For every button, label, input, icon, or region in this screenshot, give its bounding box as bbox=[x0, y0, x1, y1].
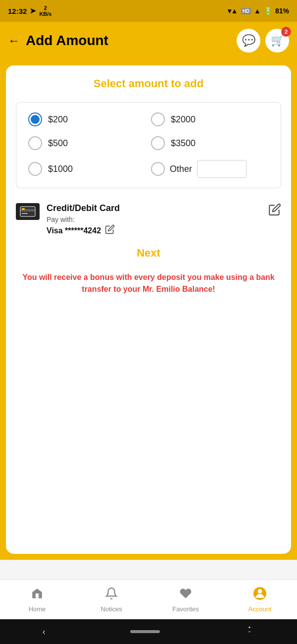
amount-label-500: $500 bbox=[48, 138, 68, 149]
data-signal-icon: ▲ bbox=[254, 7, 261, 15]
amounts-grid: $200 $2000 $500 $3500 bbox=[28, 112, 269, 178]
radio-200[interactable] bbox=[28, 112, 42, 126]
payment-info: Credit/Debit Card Pay with: Visa ******4… bbox=[47, 203, 120, 237]
payment-method-title: Credit/Debit Card bbox=[47, 203, 120, 214]
payment-section: Credit/Debit Card Pay with: Visa ******4… bbox=[16, 203, 281, 237]
radio-other[interactable] bbox=[151, 162, 165, 176]
back-system-button[interactable]: ‹ bbox=[43, 627, 46, 637]
amount-option-1000[interactable]: $1000 bbox=[28, 160, 146, 178]
status-left: 12:32 ➤ 2 KB/s bbox=[8, 5, 51, 17]
pay-with-label: Pay with: bbox=[47, 215, 120, 223]
cart-badge: 2 bbox=[281, 27, 291, 37]
next-button[interactable]: Next bbox=[137, 247, 160, 260]
nav-label-notices: Notices bbox=[100, 605, 122, 613]
messages-button[interactable]: 💬 bbox=[237, 29, 260, 53]
visa-row: Visa ******4242 bbox=[47, 224, 120, 237]
bottom-nav: Home Notices Favorites Account bbox=[0, 580, 297, 619]
amount-label-200: $200 bbox=[48, 114, 68, 125]
other-amount-input[interactable] bbox=[197, 160, 247, 178]
notices-icon bbox=[105, 587, 118, 603]
back-button[interactable]: ← bbox=[8, 34, 20, 48]
account-icon bbox=[253, 587, 266, 603]
status-right: ▾▲ HD ▲ 🔋 81% bbox=[228, 7, 289, 15]
amount-option-200[interactable]: $200 bbox=[28, 112, 146, 126]
status-bar: 12:32 ➤ 2 KB/s ▾▲ HD ▲ 🔋 81% bbox=[0, 0, 297, 22]
cart-icon: 🛒 bbox=[271, 34, 284, 47]
bonus-text: You will receive a bonus with every depo… bbox=[16, 271, 281, 295]
battery-level: 81% bbox=[275, 7, 289, 15]
svg-point-6 bbox=[249, 626, 250, 628]
amount-option-500[interactable]: $500 bbox=[28, 136, 146, 150]
edit-card-icon-small[interactable] bbox=[105, 224, 115, 237]
nav-item-favorites[interactable]: Favorites bbox=[148, 587, 223, 613]
battery-icon: 🔋 bbox=[264, 7, 272, 15]
amounts-box: $200 $2000 $500 $3500 bbox=[16, 102, 281, 188]
radio-inner-200 bbox=[31, 115, 40, 124]
edit-payment-icon[interactable] bbox=[268, 203, 281, 219]
amount-label-3500: $3500 bbox=[171, 138, 196, 149]
signal-icon: ▾▲ bbox=[228, 7, 238, 15]
home-pill[interactable] bbox=[130, 630, 160, 633]
page-title: Add Amount bbox=[26, 33, 108, 49]
nav-label-account: Account bbox=[248, 605, 272, 613]
visa-card-info: Visa ******4242 bbox=[47, 226, 101, 235]
messages-icon: 💬 bbox=[242, 34, 255, 47]
credit-card-icon bbox=[16, 203, 40, 220]
amount-label-2000: $2000 bbox=[171, 114, 196, 125]
amount-option-other[interactable]: Other bbox=[151, 160, 269, 178]
navigation-icon: ➤ bbox=[30, 6, 36, 15]
hd-badge: HD bbox=[241, 8, 251, 14]
main-card: Select amount to add $200 $2000 bbox=[6, 65, 291, 554]
nav-label-home: Home bbox=[29, 605, 46, 613]
payment-left: Credit/Debit Card Pay with: Visa ******4… bbox=[16, 203, 120, 237]
amount-option-2000[interactable]: $2000 bbox=[151, 112, 269, 126]
nav-item-notices[interactable]: Notices bbox=[74, 587, 148, 613]
amount-option-3500[interactable]: $3500 bbox=[151, 136, 269, 150]
select-amount-title: Select amount to add bbox=[16, 77, 281, 90]
amount-label-1000: $1000 bbox=[48, 164, 73, 174]
system-nav-bar: ‹ bbox=[0, 619, 297, 644]
header-right: 💬 🛒 2 bbox=[237, 29, 289, 53]
amount-label-other: Other bbox=[170, 164, 192, 174]
home-icon bbox=[31, 587, 44, 603]
status-time: 12:32 bbox=[8, 7, 27, 15]
header: ← Add Amount 💬 🛒 2 bbox=[0, 22, 297, 59]
radio-3500[interactable] bbox=[151, 136, 165, 150]
svg-point-5 bbox=[258, 589, 262, 593]
accessibility-button[interactable] bbox=[245, 626, 254, 638]
nav-item-account[interactable]: Account bbox=[223, 587, 297, 613]
header-left: ← Add Amount bbox=[8, 33, 108, 49]
radio-500[interactable] bbox=[28, 136, 42, 150]
cart-button[interactable]: 🛒 2 bbox=[265, 29, 289, 53]
main-content: Select amount to add $200 $2000 bbox=[0, 59, 297, 560]
radio-2000[interactable] bbox=[151, 112, 165, 126]
radio-1000[interactable] bbox=[28, 162, 42, 176]
nav-item-home[interactable]: Home bbox=[0, 587, 74, 613]
svg-rect-3 bbox=[22, 208, 25, 210]
data-speed: 2 KB/s bbox=[39, 5, 51, 17]
nav-label-favorites: Favorites bbox=[172, 605, 198, 613]
favorites-icon bbox=[179, 587, 192, 603]
svg-rect-2 bbox=[22, 213, 28, 214]
